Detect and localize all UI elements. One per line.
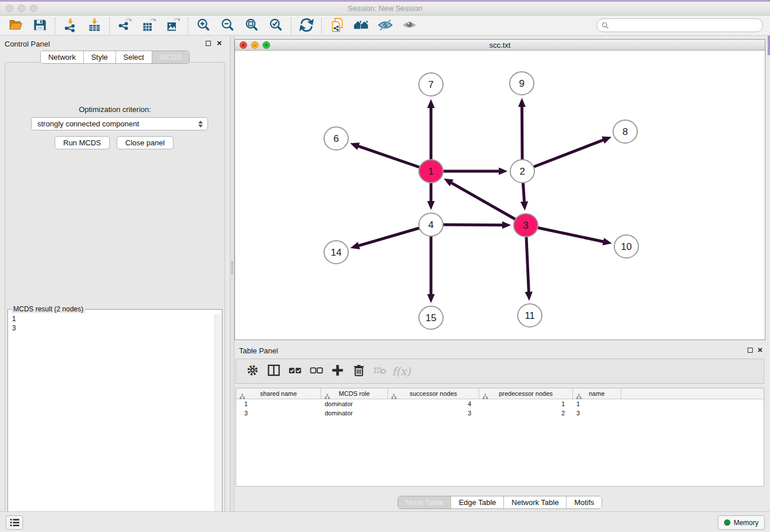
window-title: Session: New Session: [0, 4, 770, 13]
tab-select[interactable]: Select: [116, 51, 152, 63]
cell-predecessor-nodes[interactable]: 2: [479, 410, 573, 417]
graph-node-10[interactable]: 10: [614, 235, 638, 258]
delete-columns-button[interactable]: [348, 361, 369, 381]
clone-network-button[interactable]: [325, 17, 349, 34]
cell-successor-nodes[interactable]: 4: [388, 400, 479, 407]
network-window-titlebar[interactable]: × − + scc.txt: [235, 40, 765, 51]
zoom-fit-button[interactable]: [240, 17, 264, 34]
export-table-icon: [141, 17, 157, 34]
tab-network-table[interactable]: Network Table: [503, 496, 566, 508]
graph-node-9[interactable]: 9: [510, 72, 534, 95]
column-header-shared-name[interactable]: shared name: [236, 388, 321, 399]
graph-node-15[interactable]: 15: [419, 306, 443, 329]
task-history-button[interactable]: [6, 515, 23, 530]
cell-MCDS-role[interactable]: dominator: [321, 400, 388, 407]
network-canvas[interactable]: 7968124314101511: [235, 51, 765, 340]
task-list-icon: [10, 518, 20, 527]
table-row[interactable]: 1dominator411: [236, 399, 764, 408]
result-scrollbar[interactable]: [214, 314, 221, 525]
hide-annotations-button[interactable]: [373, 17, 397, 34]
graph-node-1[interactable]: 1: [419, 160, 443, 183]
cell-shared-name[interactable]: 1: [236, 400, 321, 407]
deselect-all-columns-button[interactable]: [306, 361, 327, 381]
column-header-predecessor-nodes[interactable]: predecessor nodes: [479, 388, 573, 399]
tab-node-table[interactable]: Node Table: [398, 496, 451, 508]
table-options-gear-button[interactable]: [242, 361, 263, 381]
optimization-criterion-label: Optimization criterion:: [5, 105, 225, 114]
graph-node-3[interactable]: 3: [514, 214, 538, 237]
apply-layout-button[interactable]: [294, 17, 318, 34]
run-mcds-button[interactable]: Run MCDS: [55, 136, 110, 149]
control-panel-title: Control Panel: [5, 40, 50, 48]
save-session-button[interactable]: [28, 17, 52, 34]
column-header-successor-nodes[interactable]: successor nodes: [388, 388, 479, 399]
zoom-fit-icon: [244, 17, 260, 34]
control-panel-header: Control Panel ×: [0, 36, 230, 51]
panel-splitter[interactable]: [230, 36, 234, 511]
node-label: 15: [426, 313, 437, 323]
graph-node-4[interactable]: 4: [419, 213, 443, 236]
select-all-columns-button[interactable]: [284, 361, 306, 381]
cell-name[interactable]: 1: [573, 400, 621, 407]
column-label: shared name: [260, 390, 297, 397]
close-panel-button[interactable]: Close panel: [117, 136, 174, 149]
table-row[interactable]: 3dominator323: [236, 408, 764, 418]
close-panel-icon[interactable]: ×: [217, 38, 222, 48]
add-column-button[interactable]: [327, 361, 348, 381]
graph-node-8[interactable]: 8: [613, 120, 637, 143]
export-network-button[interactable]: [113, 17, 137, 34]
float-panel-icon[interactable]: [206, 41, 211, 46]
column-header-name[interactable]: name: [573, 388, 621, 399]
column-label: MCDS role: [339, 390, 370, 397]
cell-shared-name[interactable]: 3: [236, 410, 321, 417]
mcds-result-item: 3: [9, 323, 214, 333]
zoom-selected-button[interactable]: [264, 17, 288, 34]
graph-node-14[interactable]: 14: [324, 241, 348, 264]
mcds-panel: Optimization criterion: strongly connect…: [5, 62, 225, 532]
zoom-in-button[interactable]: [191, 17, 215, 34]
export-table-button[interactable]: [137, 17, 161, 34]
open-session-button[interactable]: [3, 17, 28, 34]
delete-columns-icon: [352, 364, 365, 379]
function-builder-button: f(x): [391, 361, 412, 381]
import-table-button[interactable]: [82, 17, 106, 34]
mcds-result-title: MCDS result (2 nodes): [11, 305, 85, 313]
tab-edge-table[interactable]: Edge Table: [451, 496, 503, 508]
optimization-criterion-select[interactable]: strongly connected component: [31, 117, 208, 130]
show-annotations-button[interactable]: [397, 17, 421, 34]
cell-name[interactable]: 3: [573, 410, 621, 417]
tab-motifs[interactable]: Motifs: [566, 496, 602, 508]
edge-3-1[interactable]: [451, 183, 526, 225]
toggle-column-display-button[interactable]: [263, 361, 284, 381]
control-panel: Control Panel × NetworkStyleSelectMCDS O…: [0, 36, 230, 511]
cell-successor-nodes[interactable]: 3: [388, 410, 479, 417]
cell-predecessor-nodes[interactable]: 1: [479, 400, 573, 407]
graph-node-11[interactable]: 11: [518, 304, 542, 327]
cell-MCDS-role[interactable]: dominator: [321, 410, 388, 417]
graph-node-7[interactable]: 7: [419, 73, 443, 96]
tab-style[interactable]: Style: [83, 51, 116, 63]
splitter-grip[interactable]: [231, 261, 233, 274]
memory-button[interactable]: Memory: [718, 515, 765, 530]
export-image-button[interactable]: [161, 17, 185, 34]
titlebar: Session: New Session: [0, 2, 770, 16]
close-table-panel-icon[interactable]: ×: [757, 345, 763, 355]
import-network-button[interactable]: [58, 17, 82, 34]
tab-network[interactable]: Network: [41, 51, 83, 63]
zoom-out-button[interactable]: [215, 17, 240, 34]
float-table-panel-icon[interactable]: [748, 348, 753, 353]
export-image-icon: [165, 17, 181, 34]
graph-node-2[interactable]: 2: [510, 160, 534, 183]
column-header-MCDS-role[interactable]: MCDS role: [321, 388, 388, 399]
toolbar-separator: [55, 18, 55, 34]
home-button[interactable]: [349, 17, 373, 34]
table-toolbar: f(x): [236, 358, 764, 384]
mcds-result-list: 13: [9, 314, 214, 525]
search-input[interactable]: [609, 20, 763, 31]
function-builder-icon: f(x): [392, 365, 411, 377]
search-field[interactable]: [596, 18, 763, 32]
table-tabs: Node TableEdge TableNetwork TableMotifs: [234, 496, 765, 509]
edge-2-8[interactable]: [522, 140, 604, 171]
graph-node-6[interactable]: 6: [324, 127, 348, 150]
tab-mcds[interactable]: MCDS: [152, 51, 189, 63]
